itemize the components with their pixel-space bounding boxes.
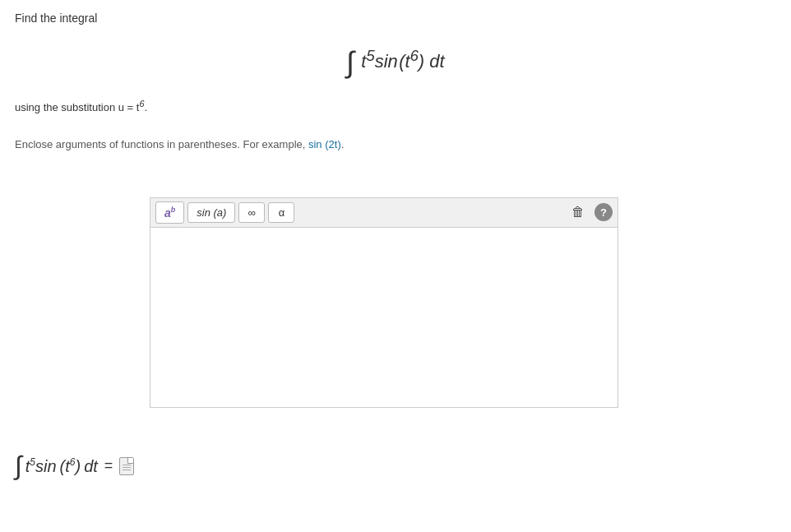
instruction-text: Enclose arguments of functions in parent… [15, 138, 344, 150]
file-icon-1[interactable] [119, 456, 134, 476]
instruction-example: sin (2t) [308, 138, 341, 150]
substitution-label: using the substitution u = t [15, 101, 139, 113]
toolbar: ab sin (a) ∞ α 🗑 ? [150, 197, 618, 227]
help-button[interactable]: ? [594, 203, 613, 221]
equals-sign: = [104, 457, 113, 474]
sin-button[interactable]: sin (a) [187, 202, 235, 223]
infinity-button[interactable]: ∞ [238, 202, 265, 223]
bottom-expression: t5sin (t6) dt [25, 456, 98, 476]
trash-icon: 🗑 [571, 205, 585, 219]
substitution-exponent: 6 [139, 101, 144, 113]
superscript-button[interactable]: ab [155, 201, 184, 224]
integral-symbol: ∫ [346, 45, 354, 79]
instruction-main: Enclose arguments of functions in parent… [15, 138, 305, 150]
trash-button[interactable]: 🗑 [565, 201, 591, 223]
alpha-button[interactable]: α [268, 202, 294, 223]
answer-input-area[interactable] [150, 227, 618, 408]
integral-expression: t5sin (t6) dt [361, 51, 444, 72]
bottom-integral-symbol: ∫ [15, 451, 22, 481]
instruction-end: . [341, 138, 345, 150]
substitution-text: using the substitution u = t6. [15, 99, 147, 113]
bottom-equation: ∫ t5sin (t6) dt = [15, 451, 134, 481]
answer-box-container: ab sin (a) ∞ α 🗑 ? [150, 197, 618, 408]
main-integral-display: ∫ t5sin (t6) dt [0, 45, 791, 80]
page-title: Find the integral [15, 12, 97, 25]
